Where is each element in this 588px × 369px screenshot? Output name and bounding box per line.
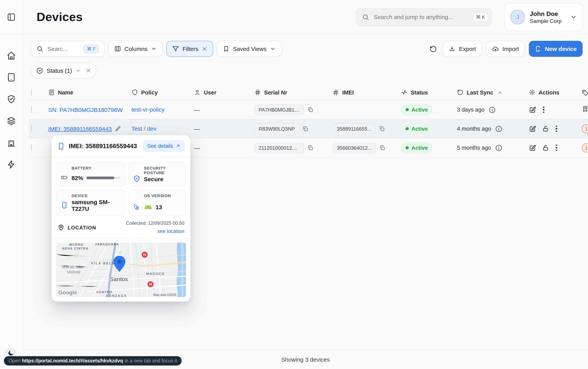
- google-logo: Google: [58, 289, 77, 296]
- table-search[interactable]: ⌘ F: [31, 41, 105, 57]
- global-search-input[interactable]: [373, 13, 469, 20]
- new-device-button[interactable]: New device: [529, 41, 583, 57]
- sidebar-item-automation[interactable]: [6, 159, 16, 170]
- sidebar-item-apps[interactable]: [6, 116, 16, 126]
- global-search[interactable]: ⌘ K: [356, 8, 492, 26]
- sidebar-item-organization[interactable]: [6, 138, 16, 148]
- chevron-down-icon[interactable]: [75, 68, 81, 73]
- row-menu-button[interactable]: [555, 125, 558, 133]
- row-checkbox[interactable]: [31, 106, 32, 113]
- close-icon[interactable]: [86, 68, 91, 73]
- svg-text:Santos: Santos: [110, 276, 128, 282]
- topbar: Devices ⌘ K J John Doe Sample Corp: [23, 0, 588, 34]
- global-search-shortcut: ⌘ K: [473, 13, 488, 21]
- column-header-serial[interactable]: Serial Nr: [254, 89, 332, 96]
- filters-button[interactable]: Filters: [166, 41, 213, 57]
- columns-button[interactable]: Columns: [109, 41, 163, 57]
- search-icon: [362, 13, 369, 20]
- cloud-upload-icon: [492, 45, 499, 52]
- copy-icon[interactable]: [302, 126, 308, 132]
- sidebar-item-policies[interactable]: [6, 94, 16, 104]
- building-icon: [7, 138, 16, 147]
- policy-link[interactable]: test-vr-policy: [132, 106, 165, 113]
- table-row[interactable]: SN: PA7HB0MGJB180796W test-vr-policy — P…: [29, 100, 588, 119]
- info-icon[interactable]: [495, 125, 502, 133]
- copy-icon[interactable]: [379, 126, 385, 132]
- sidebar-item-home[interactable]: [6, 51, 16, 61]
- copy-icon[interactable]: [307, 107, 313, 113]
- export-button[interactable]: Export: [443, 41, 482, 57]
- column-header-status[interactable]: Status: [401, 89, 457, 96]
- row-checkbox[interactable]: [31, 125, 32, 132]
- device-name-link[interactable]: SN: PA7HB0MGJB180796W: [48, 106, 123, 113]
- row-menu-button[interactable]: [542, 106, 545, 114]
- column-header-user[interactable]: User: [194, 89, 254, 96]
- layers-icon: [7, 116, 16, 126]
- column-header-tags[interactable]: [582, 89, 588, 96]
- serial-chip: PA7HB0MGJB18...: [254, 104, 304, 115]
- policy-link[interactable]: Test / dev: [132, 125, 156, 132]
- security-posture-card: SECURITY POSTURE Secure: [128, 162, 186, 186]
- copy-icon[interactable]: [307, 145, 313, 151]
- column-header-policy[interactable]: Policy: [132, 89, 194, 96]
- hash-icon: [332, 89, 339, 96]
- saved-views-button[interactable]: Saved Views: [217, 41, 282, 57]
- zap-icon: [7, 160, 16, 169]
- alert-count-badge[interactable]: 1: [582, 124, 588, 133]
- android-icon: [144, 204, 153, 210]
- lock-open-icon[interactable]: [542, 125, 549, 132]
- shield-check-icon: [7, 94, 16, 104]
- column-header-last-sync[interactable]: Last Sync: [457, 89, 529, 96]
- info-icon[interactable]: [495, 144, 502, 152]
- edit-icon[interactable]: [529, 106, 536, 113]
- status-badge: Active: [401, 123, 433, 134]
- active-filters: Status (1): [23, 57, 588, 79]
- map-pin-icon: [58, 224, 64, 231]
- tablet-icon: [7, 73, 16, 82]
- status-badge: Active: [401, 104, 433, 115]
- toolbar: ⌘ F Columns Filters Saved Views: [23, 34, 588, 57]
- svg-text:H: H: [149, 282, 152, 286]
- battery-bar-fill: [86, 176, 114, 179]
- column-header-actions: Actions: [529, 89, 582, 96]
- row-checkbox[interactable]: [31, 144, 32, 151]
- link-preview-tooltip: Openhttps://portal.nomid.tech/#/assets/h…: [4, 356, 182, 366]
- table-search-input[interactable]: [47, 45, 75, 52]
- refresh-button[interactable]: [428, 43, 439, 54]
- user-cell: —: [194, 106, 254, 113]
- battery-icon: [61, 174, 68, 181]
- location-collected: Collected: 12/09/2025 00:50: [126, 220, 184, 226]
- import-button[interactable]: Import: [486, 41, 525, 57]
- svg-text:CENTRO: CENTRO: [96, 290, 112, 294]
- info-icon[interactable]: [488, 106, 496, 113]
- row-menu-button[interactable]: [555, 144, 558, 152]
- status-filter-chip[interactable]: Status (1): [31, 63, 96, 79]
- copy-icon[interactable]: [379, 145, 386, 151]
- sidebar-toggle-icon[interactable]: [6, 12, 16, 22]
- pencil-icon[interactable]: [115, 126, 121, 132]
- see-details-button[interactable]: See details: [143, 140, 185, 152]
- select-all-checkbox[interactable]: [31, 89, 32, 96]
- alert-count-badge[interactable]: 1: [582, 143, 588, 152]
- user-menu[interactable]: J John Doe Sample Corp: [505, 3, 583, 31]
- edit-icon[interactable]: [529, 125, 536, 133]
- see-location-link[interactable]: see location: [157, 228, 184, 234]
- user-cell: —: [194, 125, 254, 132]
- location-map[interactable]: JABAQUARA MORRO NOVA CINTRA VILA BELMIRO…: [56, 243, 186, 297]
- bookmark-plus-icon[interactable]: [582, 105, 588, 112]
- user-org: Sample Corp: [530, 18, 562, 24]
- close-icon[interactable]: [202, 46, 207, 51]
- user-cell: —: [194, 144, 254, 151]
- svg-text:Ilha de São: Ilha de São: [62, 265, 83, 269]
- sidebar-item-devices[interactable]: [6, 72, 16, 82]
- column-header-name[interactable]: Name: [48, 89, 132, 96]
- column-header-imei[interactable]: IMEI: [332, 89, 401, 96]
- lock-open-icon[interactable]: [542, 144, 549, 151]
- circle-check-icon: [36, 67, 43, 74]
- chevron-down-icon: [570, 13, 577, 20]
- moon-icon: [7, 349, 14, 357]
- device-name-link[interactable]: IMEI: 358891166559443: [48, 125, 112, 132]
- columns-icon: [114, 45, 121, 52]
- serial-chip: 211201000012030: [254, 143, 304, 153]
- edit-icon[interactable]: [529, 144, 536, 152]
